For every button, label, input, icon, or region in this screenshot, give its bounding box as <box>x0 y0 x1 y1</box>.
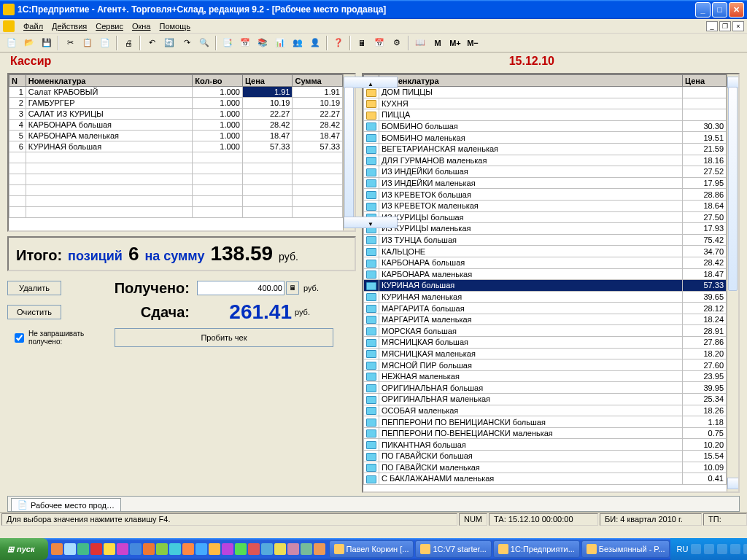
tb-undo-icon[interactable]: ↶ <box>144 35 160 51</box>
tb-mminus-button[interactable]: M− <box>465 35 481 51</box>
tb-book-icon[interactable]: 📖 <box>412 35 428 51</box>
delete-button[interactable]: Удалить <box>7 281 61 295</box>
list-item[interactable]: ДОМ ПИЦЦЫ <box>364 87 727 98</box>
list-item[interactable]: КАРБОНАРА маленькая18.47 <box>364 268 727 280</box>
ql-icon[interactable] <box>90 543 102 555</box>
list-item[interactable]: ОРИГИНАЛЬНАЯ маленькая25.34 <box>364 394 727 405</box>
ql-icon[interactable] <box>117 543 128 555</box>
calculator-icon[interactable]: 🖩 <box>286 281 299 295</box>
table-row[interactable] <box>9 207 343 218</box>
table-row[interactable]: 2ГАМБУРГЕР1.00010.1910.19 <box>9 98 343 109</box>
table-row[interactable]: 3САЛАТ ИЗ КУРИЦЫ1.00022.2722.27 <box>9 109 343 120</box>
tray-icon[interactable] <box>704 544 714 554</box>
list-item[interactable]: ПО ГАВАЙСКИ маленькая10.09 <box>364 462 727 473</box>
tb-refresh-icon[interactable]: 🔄 <box>161 35 177 51</box>
ql-icon[interactable] <box>301 543 312 555</box>
ql-icon[interactable] <box>222 543 233 555</box>
list-item[interactable]: ИЗ КУРИЦЫ маленькая17.93 <box>364 223 727 235</box>
list-item[interactable]: ОСОБАЯ маленькая18.26 <box>364 405 727 416</box>
ql-icon[interactable] <box>156 543 168 555</box>
ql-icon[interactable] <box>261 543 273 555</box>
menu-help[interactable]: Помощь <box>159 22 190 31</box>
col-qty[interactable]: Кол-во <box>193 75 243 87</box>
list-item[interactable]: КУРИНАЯ большая57.33 <box>364 280 727 292</box>
taskbar-button[interactable]: Безымянный - P... <box>581 540 670 558</box>
menu-windows[interactable]: Окна <box>132 22 151 31</box>
ql-icon[interactable] <box>64 543 76 555</box>
list-item[interactable]: КУХНЯ <box>364 98 727 109</box>
table-row[interactable] <box>9 196 343 207</box>
list-item[interactable]: ОРИГИНАЛЬНАЯ большая39.95 <box>364 382 727 394</box>
tray-icon[interactable] <box>743 544 747 554</box>
list-item[interactable]: ПО ГАВАЙСКИ большая15.54 <box>364 451 727 462</box>
tb-copy-icon[interactable]: 📋 <box>80 35 96 51</box>
col-sum[interactable]: Сумма <box>293 75 343 87</box>
ql-icon[interactable] <box>287 543 299 555</box>
ql-icon[interactable] <box>51 543 63 555</box>
ql-icon[interactable] <box>274 543 286 555</box>
menu-service[interactable]: Сервис <box>96 22 123 31</box>
tb-calc-icon[interactable]: 🖩 <box>354 35 370 51</box>
list-item[interactable]: ИЗ КРЕВЕТОК большая28.86 <box>364 189 727 201</box>
start-button[interactable]: ⊞ пуск <box>0 538 48 560</box>
tray-icon[interactable] <box>717 544 727 554</box>
minimize-button[interactable]: _ <box>695 2 711 18</box>
ql-icon[interactable] <box>182 543 194 555</box>
tb-cut-icon[interactable]: ✂ <box>62 35 78 51</box>
clear-button[interactable]: Очистить <box>7 305 61 319</box>
table-row[interactable] <box>9 163 343 174</box>
tb-redo-icon[interactable]: ↷ <box>179 35 195 51</box>
col-n[interactable]: N <box>9 75 26 87</box>
table-row[interactable]: 4КАРБОНАРА большая1.00028.4228.42 <box>9 120 343 131</box>
list-item[interactable]: ИЗ КУРИЦЫ большая27.50 <box>364 211 727 223</box>
list-item[interactable]: ПИЦЦА <box>364 109 727 121</box>
list-item[interactable]: МОРСКАЯ большая28.91 <box>364 325 727 337</box>
list-item[interactable]: БОМБИНО большая30.30 <box>364 120 727 132</box>
taskbar-button[interactable]: 1C:V7 starter... <box>415 540 491 558</box>
catalog-scrollbar[interactable]: ▲ ▼ <box>727 74 738 491</box>
list-item[interactable]: ДЛЯ ГУРМАНОВ маленькая18.16 <box>364 155 727 166</box>
list-item[interactable]: ИЗ ИНДЕЙКИ маленькая17.95 <box>364 177 727 189</box>
maximize-button[interactable]: □ <box>712 2 727 18</box>
menu-actions[interactable]: Действия <box>52 22 87 31</box>
list-item[interactable]: ИЗ КРЕВЕТОК маленькая18.64 <box>364 200 727 211</box>
tab-workplace[interactable]: 📄 Рабочее место прод… <box>11 498 121 511</box>
menu-file[interactable]: Файл <box>23 22 43 31</box>
list-item[interactable]: С БАКЛАЖАНАМИ маленькая0.41 <box>364 473 727 485</box>
table-row[interactable] <box>9 174 343 185</box>
table-row[interactable]: 6КУРИНАЯ большая1.00057.3357.33 <box>9 141 343 152</box>
ql-icon[interactable] <box>209 543 220 555</box>
cat-col-nomen[interactable]: Номенклатура <box>379 75 683 87</box>
taskbar-button[interactable]: 1С:Предприяти... <box>493 540 580 558</box>
tb-print-icon[interactable]: 🖨 <box>120 35 136 51</box>
list-item[interactable]: НЕЖНАЯ маленькая23.95 <box>364 370 727 382</box>
list-item[interactable]: БОМБИНО маленькая19.51 <box>364 132 727 144</box>
col-nomen[interactable]: Номенклатура <box>26 75 193 87</box>
list-item[interactable]: МАРГАРИТА большая28.12 <box>364 303 727 314</box>
table-row[interactable]: 5КАРБОНАРА маленькая1.00018.4718.47 <box>9 131 343 141</box>
tb-find-icon[interactable]: 🔍 <box>196 35 212 51</box>
tb-open-icon[interactable]: 📂 <box>21 35 37 51</box>
list-item[interactable]: ПЕППЕРОНИ ПО-ВЕНЕЦИАНСКИ маленькая0.75 <box>364 427 727 439</box>
list-item[interactable]: ВЕГЕТАРИАНСКАЯ маленькая21.59 <box>364 143 727 155</box>
tray-icon[interactable] <box>730 544 740 554</box>
list-item[interactable]: МАРГАРИТА маленькая18.24 <box>364 314 727 325</box>
receipt-scrollbar[interactable]: ▲ ▼ <box>343 74 355 230</box>
list-item[interactable]: ПИКАНТНАЯ большая10.20 <box>364 439 727 451</box>
punch-button[interactable]: Пробить чек <box>115 328 333 347</box>
catalog-grid[interactable]: Номенклатура Цена ДОМ ПИЦЦЫКУХНЯПИЦЦАБОМ… <box>362 73 740 493</box>
received-input[interactable] <box>197 281 285 295</box>
list-item[interactable]: ПЕППЕРОНИ ПО ВЕНИЦИАНСКИ большая1.18 <box>364 416 727 428</box>
ql-icon[interactable] <box>196 543 207 555</box>
tb-new-icon[interactable]: 📄 <box>4 35 20 51</box>
mdi-restore-button[interactable]: ❐ <box>719 21 731 31</box>
tb-user-icon[interactable]: 👤 <box>307 35 323 51</box>
list-item[interactable]: ИЗ ИНДЕЙКИ большая27.52 <box>364 166 727 178</box>
tb-journal-icon[interactable]: 📑 <box>220 35 236 51</box>
tb-catalog-icon[interactable]: 📚 <box>255 35 271 51</box>
list-item[interactable]: КУРИНАЯ маленькая39.65 <box>364 291 727 303</box>
tb-report-icon[interactable]: 📊 <box>272 35 288 51</box>
ql-icon[interactable] <box>314 543 325 555</box>
close-button[interactable]: ✕ <box>729 2 744 18</box>
col-price[interactable]: Цена <box>242 75 293 87</box>
